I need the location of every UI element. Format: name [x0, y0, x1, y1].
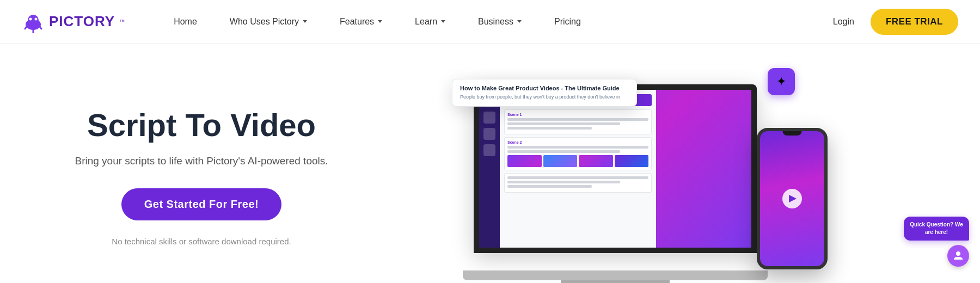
product-mockup: ✦ PICTORY	[359, 60, 936, 283]
main-content: Script To Video Bring your scripts to li…	[0, 44, 980, 283]
sidebar-item	[483, 128, 495, 140]
phone-play-button[interactable]	[782, 189, 802, 208]
chat-icon	[952, 249, 965, 262]
ai-sparkle-icon: ✦	[768, 68, 795, 95]
chevron-down-icon	[441, 20, 445, 23]
scene-1-label: Scene 1	[507, 113, 648, 116]
scene-1-text-line	[507, 118, 648, 121]
scene-3-text-line	[507, 185, 592, 188]
svg-point-2	[29, 17, 32, 20]
scene-3-text-line	[507, 181, 620, 183]
scene-2-block: Scene 2	[504, 137, 652, 170]
phone-screen	[760, 131, 824, 266]
nav-features[interactable]: Features	[323, 17, 399, 27]
hero-section: Script To Video Bring your scripts to li…	[44, 97, 359, 246]
svg-point-1	[28, 15, 39, 26]
nav-learn[interactable]: Learn	[399, 17, 462, 27]
login-link[interactable]: Login	[828, 17, 860, 27]
scene-1-text-line	[507, 127, 592, 130]
laptop-mockup: PICTORY Scene 1 Scene 2	[463, 84, 768, 280]
chat-widget[interactable]: Quick Question? We are here!	[904, 217, 969, 267]
chevron-down-icon	[303, 20, 307, 23]
svg-point-3	[35, 17, 38, 20]
image-thumb	[507, 155, 542, 167]
phone-mockup	[757, 128, 828, 269]
nav-actions: Login FREE TRIAL	[828, 9, 958, 35]
nav-home[interactable]: Home	[157, 17, 213, 27]
svg-line-4	[25, 26, 27, 29]
popup-card-title: How to Make Great Product Videos - The U…	[460, 85, 629, 91]
laptop-screen-inner: PICTORY Scene 1 Scene 2	[479, 90, 751, 248]
popup-card-text: People buy from people, but they won't b…	[460, 94, 629, 101]
svg-line-5	[39, 26, 41, 29]
no-skills-text: No technical skills or software download…	[112, 237, 291, 246]
cta-button[interactable]: Get Started For Free!	[121, 188, 282, 220]
chevron-down-icon	[517, 20, 522, 23]
logo-icon	[22, 10, 45, 33]
hero-subtitle: Bring your scripts to life with Pictory'…	[75, 153, 328, 169]
nav-business[interactable]: Business	[462, 17, 538, 27]
popup-card: How to Make Great Product Videos - The U…	[452, 79, 637, 107]
app-sidebar	[479, 90, 500, 248]
logo[interactable]: PICTORY™	[22, 10, 125, 33]
chat-avatar[interactable]	[947, 245, 969, 267]
nav-who-uses[interactable]: Who Uses Pictory	[213, 17, 323, 27]
scene-2-text-line	[507, 150, 620, 153]
header: PICTORY™ Home Who Uses Pictory Features …	[0, 0, 980, 44]
image-thumb	[543, 155, 578, 167]
chat-bubble: Quick Question? We are here!	[904, 217, 969, 241]
scene-1-block: Scene 1	[504, 109, 652, 134]
mockup-container: ✦ PICTORY	[463, 63, 833, 280]
laptop-screen: PICTORY Scene 1 Scene 2	[474, 84, 757, 253]
sidebar-item	[483, 144, 495, 156]
app-content-area: PICTORY Scene 1 Scene 2	[500, 90, 656, 248]
image-grid	[507, 155, 648, 167]
phone-notch	[783, 131, 802, 136]
chevron-down-icon	[378, 20, 382, 23]
scene-1-text-line	[507, 122, 620, 125]
scene-3-text-line	[507, 176, 648, 179]
image-thumb	[579, 155, 613, 167]
scene-2-text-line	[507, 146, 648, 149]
sidebar-item	[483, 112, 495, 124]
image-thumb	[615, 155, 649, 167]
scene-2-label: Scene 2	[507, 140, 648, 144]
scene-3-block	[504, 173, 652, 193]
free-trial-button[interactable]: FREE TRIAL	[871, 9, 958, 35]
laptop-foot	[561, 280, 670, 283]
hero-title: Script To Video	[87, 108, 316, 143]
laptop-base	[463, 270, 768, 280]
nav-pricing[interactable]: Pricing	[538, 17, 597, 27]
svg-point-7	[956, 251, 960, 256]
logo-tm: ™	[119, 19, 125, 24]
main-nav: Home Who Uses Pictory Features Learn Bus…	[157, 17, 828, 27]
logo-text: PICTORY	[49, 13, 115, 30]
